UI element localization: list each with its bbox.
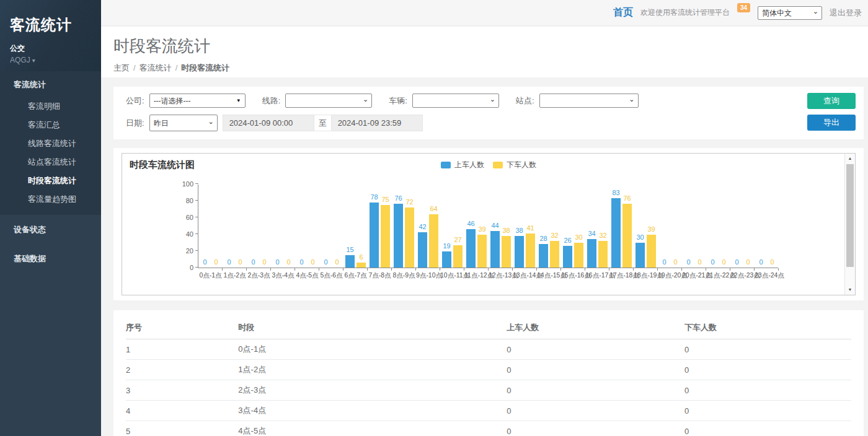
date-end-input[interactable] [331,115,423,131]
chart-vertical-scrollbar[interactable]: ▲ ▼ [844,154,855,295]
boarding-bar[interactable] [611,198,621,268]
boarding-bar[interactable] [490,231,500,268]
boarding-bar[interactable] [515,236,524,268]
alighting-bar[interactable] [574,243,583,268]
alighting-bar[interactable] [477,235,487,268]
table-row: 21点-2点00 [126,360,851,380]
legend-item[interactable]: 上车人数 [441,160,484,170]
sidebar: 客流统计 公交 AQGJ▾ 客流统计 客流明细客流汇总线路客流统计站点客流统计时… [0,0,101,436]
table-row: 10点-1点00 [126,339,851,360]
sidebar-item[interactable]: 基础数据 [0,244,101,273]
breadcrumb-item[interactable]: 客流统计 [140,63,172,72]
filter-row-1: 公司: ---请选择--- ▼ 线路: ⌄ 车辆: ⌄ [126,94,795,108]
alighting-bar[interactable] [550,241,559,268]
boarding-bar[interactable] [636,243,645,268]
company-filter: 公司: ---请选择--- ▼ [126,94,246,108]
bar-value-label: 39 [639,225,664,233]
date-to-label: 至 [314,115,331,131]
x-axis-category-label: 17点-18点 [609,271,634,280]
date-range-group: 至 [223,115,423,131]
home-link[interactable]: 首页 [613,6,633,19]
bar-value-label: 72 [397,198,422,206]
filter-panel: 公司: ---请选择--- ▼ 线路: ⌄ 车辆: ⌄ [113,87,864,139]
query-button[interactable]: 查询 [807,93,856,109]
chart-legend: 上车人数下车人数 [441,160,536,170]
bar-value-label: 0 [760,258,785,266]
table-cell: 0 [684,360,851,380]
alighting-bar[interactable] [453,245,463,268]
language-select[interactable]: 简体中文 [758,6,822,20]
sidebar-subitem[interactable]: 时段客流统计 [0,172,101,190]
date-preset-select[interactable]: 昨日 [149,115,218,131]
x-axis-category-label: 12点-13点 [489,271,513,280]
x-axis-category-label: 4点-5点 [295,271,319,280]
org-selector[interactable]: AQGJ▾ [10,56,91,64]
x-axis-tick-mark [754,268,755,271]
x-axis-category-label: 3点-4点 [271,271,295,280]
table-panel: 序号时段上车人数下车人数 10点-1点0021点-2点0032点-3点0043点… [113,310,864,436]
page-title: 时段客流统计 [113,35,856,57]
x-axis-category-label: 21点-22点 [706,271,730,280]
x-axis-tick-mark [222,268,223,271]
boarding-bar[interactable] [587,239,596,268]
boarding-bar[interactable] [466,229,476,268]
alighting-bar[interactable] [356,263,366,268]
sidebar-subitem[interactable]: 线路客流统计 [0,134,101,153]
scrollbar-thumb[interactable] [846,164,854,267]
alighting-bar[interactable] [381,205,390,268]
line-label: 线路: [262,95,281,107]
y-axis-tick-mark [195,267,198,268]
table-cell: 0 [684,401,851,421]
vehicle-select[interactable] [412,94,499,108]
legend-item[interactable]: 下车人数 [493,160,536,170]
alighting-bar[interactable] [405,207,414,268]
line-select[interactable] [285,94,372,108]
table-cell: 0 [684,380,851,401]
x-axis-category-label: 20点-21点 [682,271,706,280]
scroll-up-icon[interactable]: ▲ [845,154,855,164]
alighting-bar[interactable] [598,241,608,268]
x-axis-tick-mark [415,268,416,271]
sidebar-item[interactable]: 设备状态 [0,215,101,244]
alighting-bar[interactable] [429,214,438,268]
table-cell: 0 [507,380,684,401]
breadcrumb-item[interactable]: 主页 [113,63,130,72]
scroll-down-icon[interactable]: ▼ [845,285,855,295]
x-axis-tick-mark [681,268,682,271]
y-axis-tick-label: 0 [172,264,193,271]
sidebar-subitem[interactable]: 站点客流统计 [0,153,101,172]
boarding-bar[interactable] [539,244,548,268]
sidebar-subitem[interactable]: 客流明细 [0,97,101,116]
boarding-bar[interactable] [563,246,572,268]
notification-badge[interactable]: 34 [737,3,750,12]
station-select[interactable] [539,94,639,108]
boarding-bar[interactable] [394,204,403,268]
org-label: 公交 [10,43,91,54]
x-axis-tick-mark [536,268,537,271]
boarding-bar[interactable] [418,232,427,268]
date-filter: 日期: 昨日 ⌄ 至 [126,115,423,131]
sidebar-submenu: 客流明细客流汇总线路客流统计站点客流统计时段客流统计客流量趋势图 [0,97,101,215]
alighting-bar[interactable] [502,236,511,268]
x-axis-category-label: 18点-19点 [634,271,658,280]
date-start-input[interactable] [223,115,314,131]
company-select[interactable]: ---请选择--- [149,94,246,108]
x-axis-tick-mark [270,268,271,271]
language-select-wrap: 简体中文 ⌄ [758,6,822,20]
y-axis-tick-label: 80 [172,197,193,204]
sidebar-item-passenger-stats[interactable]: 客流统计 [0,71,101,97]
app-brand: 客流统计 [10,15,91,35]
table-header-cell: 序号 [126,316,238,339]
table-cell: 2点-3点 [238,380,507,401]
x-axis-tick-mark [246,268,247,271]
table-row: 43点-4点00 [126,401,851,421]
sidebar-subitem[interactable]: 客流量趋势图 [0,190,101,209]
table-cell: 0 [507,421,684,436]
logout-link[interactable]: 退出登录 [830,7,862,19]
x-axis-tick-mark [367,268,368,271]
station-filter: 站点: ⌄ [516,94,639,108]
boarding-bar[interactable] [370,203,379,268]
boarding-bar[interactable] [442,251,451,268]
sidebar-subitem[interactable]: 客流汇总 [0,116,101,134]
export-button[interactable]: 导出 [807,115,856,131]
